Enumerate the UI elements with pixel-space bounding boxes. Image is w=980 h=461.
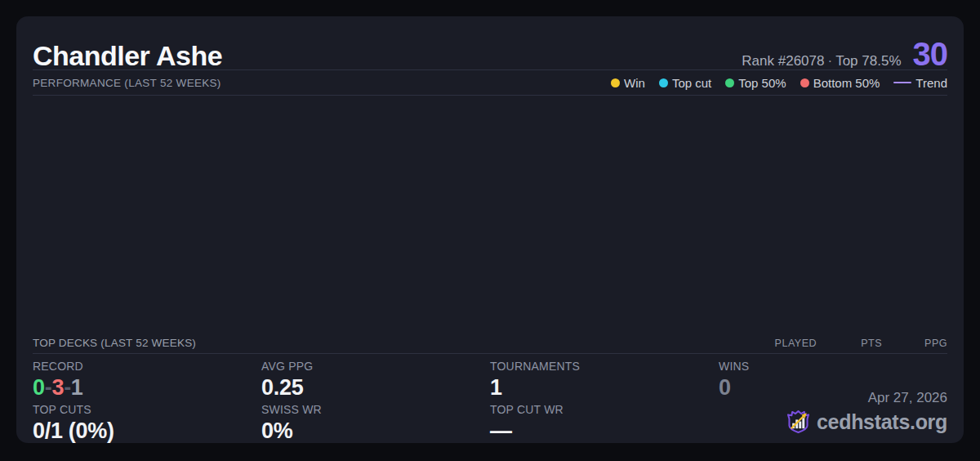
footer: Apr 27, 2026 cedhstats.org	[786, 390, 947, 435]
page-title: Chandler Ashe	[33, 42, 222, 69]
tournaments-value: 1	[490, 374, 719, 401]
legend-item-bottom-50: Bottom 50%	[800, 76, 880, 90]
performance-chart-area	[33, 96, 947, 333]
legend-item-win: Win	[611, 76, 645, 90]
legend-item-trend: Trend	[893, 76, 947, 90]
rank-number: Rank #26078	[742, 53, 824, 69]
legend-item-top-50: Top 50%	[725, 76, 786, 90]
top-cut-wr-value: —	[490, 418, 719, 445]
stat-swiss-wr: SWISS WR 0%	[261, 402, 490, 446]
avg-ppg-value: 0.25	[261, 374, 490, 401]
stat-label: TOURNAMENTS	[490, 359, 719, 374]
snapshot-date: Apr 27, 2026	[786, 390, 947, 406]
stat-label: AVG PPG	[261, 359, 490, 374]
column-header-pts: PTS	[817, 338, 882, 349]
top-decks-title: TOP DECKS (LAST 52 WEEKS)	[33, 337, 196, 349]
stat-top-cut-wr: TOP CUT WR —	[490, 402, 719, 446]
stat-label: WINS	[719, 359, 947, 374]
brand[interactable]: cedhstats.org	[786, 409, 947, 435]
swiss-wr-value: 0%	[261, 418, 490, 445]
bottom-50-dot-icon	[800, 78, 809, 87]
trend-line-icon	[893, 82, 911, 84]
stat-label: SWISS WR	[261, 402, 490, 418]
rank-summary: Rank #26078·Top 78.5% 30	[742, 41, 947, 69]
column-header-played: PLAYED	[751, 338, 817, 349]
card-header: Chandler Ashe Rank #26078·Top 78.5% 30	[33, 16, 947, 70]
column-header-ppg: PPG	[882, 338, 947, 349]
stat-avg-ppg: AVG PPG 0.25	[261, 359, 490, 402]
rank-text: Rank #26078·Top 78.5%	[742, 53, 901, 69]
win-dot-icon	[611, 78, 620, 87]
stat-label: TOP CUT WR	[490, 402, 719, 418]
top-cuts-value: 0/1 (0%)	[33, 418, 261, 445]
top-decks-section-header: TOP DECKS (LAST 52 WEEKS) PLAYED PTS PPG	[33, 333, 947, 354]
brand-text[interactable]: cedhstats.org	[817, 410, 947, 434]
record-wins: 0	[33, 375, 45, 400]
record-separator: -	[64, 375, 71, 400]
chart-legend: Win Top cut Top 50% Bottom 50% Trend	[611, 76, 947, 90]
performance-section-header: PERFORMANCE (LAST 52 WEEKS) Win Top cut …	[33, 70, 947, 96]
legend-label: Top cut	[672, 76, 711, 90]
legend-label: Win	[624, 76, 645, 90]
legend-label: Trend	[915, 76, 947, 90]
score-value: 30	[913, 41, 948, 67]
stat-tournaments: TOURNAMENTS 1	[490, 359, 719, 402]
top-percent: Top 78.5%	[835, 53, 901, 69]
top-cut-dot-icon	[659, 78, 668, 87]
legend-item-top-cut: Top cut	[659, 76, 711, 90]
stat-record: RECORD 0-3-1	[33, 359, 261, 402]
rank-separator: ·	[824, 53, 835, 69]
stat-label: TOP CUTS	[33, 402, 261, 418]
player-stats-card: Chandler Ashe Rank #26078·Top 78.5% 30 P…	[16, 16, 964, 443]
legend-label: Top 50%	[738, 76, 786, 90]
record-value: 0-3-1	[33, 374, 261, 401]
record-draws: 1	[71, 375, 83, 400]
performance-title: PERFORMANCE (LAST 52 WEEKS)	[33, 77, 221, 89]
stat-label: RECORD	[33, 359, 261, 374]
top-decks-columns: PLAYED PTS PPG	[751, 338, 947, 349]
cedhstats-logo-icon	[786, 409, 811, 435]
top-50-dot-icon	[725, 78, 734, 87]
legend-label: Bottom 50%	[813, 76, 880, 90]
record-losses: 3	[51, 375, 64, 400]
stat-top-cuts: TOP CUTS 0/1 (0%)	[33, 402, 261, 446]
